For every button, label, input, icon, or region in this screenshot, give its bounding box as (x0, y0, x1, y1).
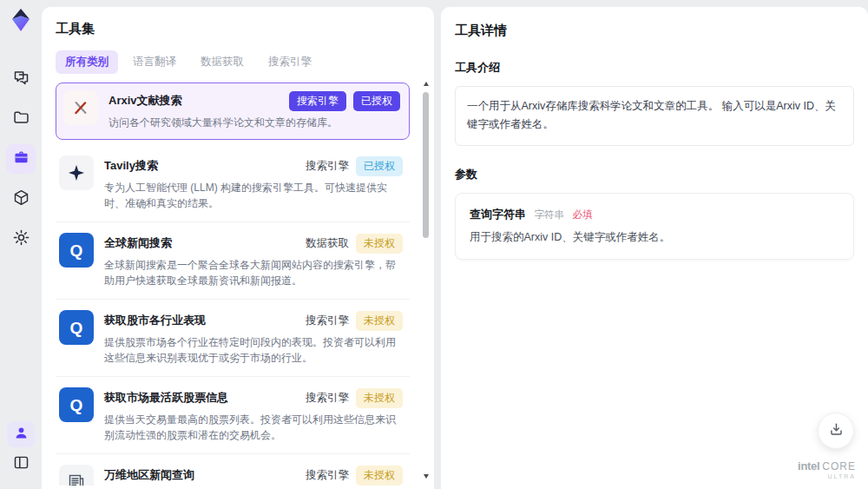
status-badge: 未授权 (356, 311, 403, 331)
cube-icon (12, 188, 30, 210)
user-profile-icon (13, 425, 30, 445)
parameter-required-flag: 必填 (572, 209, 592, 220)
sidebar-item-tools[interactable] (6, 144, 36, 174)
chat-icon (12, 69, 30, 90)
category-label: 搜索引擎 (306, 159, 349, 174)
status-badge: 已授权 (353, 91, 400, 111)
tool-card-body: 万维地区新闻查询 搜索引擎 未授权 查询具体行政区划内的新闻，快速了解各地新闻动 (104, 465, 403, 486)
parameter-card: 查询字符串 字符串 必填 用于搜索的Arxiv ID、关键字或作者姓名。 (455, 193, 854, 260)
briefcase-tools-icon (12, 149, 30, 170)
category-tabs: 所有类别 语言翻译 数据获取 搜索引擎 (56, 50, 408, 74)
newspaper-icon (59, 465, 94, 486)
tool-name: 万维地区新闻查询 (104, 465, 194, 483)
tool-details-panel: 工具详情 工具介绍 一个用于从Arxiv存储库搜索科学论文和文章的工具。 输入可… (441, 7, 868, 489)
tab-language-translation[interactable]: 语言翻译 (123, 50, 186, 74)
tool-name: Arxiv文献搜索 (108, 90, 182, 109)
tool-card-tavily[interactable]: Tavily搜索 搜索引擎 已授权 专为人工智能代理 (LLM) 构建的搜索引擎… (56, 145, 410, 222)
panel-toggle-icon (12, 453, 30, 475)
details-title: 工具详情 (455, 23, 854, 39)
tab-data-acquisition[interactable]: 数据获取 (191, 50, 253, 74)
download-icon (828, 421, 845, 441)
left-rail (0, 0, 42, 489)
tool-description: 提供股票市场各个行业在特定时间段内的表现。投资者可以利用这些信息来识别表现优于或… (104, 334, 403, 366)
category-label: 搜索引擎 (306, 468, 349, 483)
category-badge: 搜索引擎 (289, 91, 346, 111)
brand-tier: ULTRA (798, 473, 856, 480)
parameter-header: 查询字符串 字符串 必填 (470, 206, 839, 222)
toolset-panel: 工具集 所有类别 语言翻译 数据获取 搜索引擎 Arxiv文献搜索 搜索引擎 已… (42, 7, 434, 489)
tool-name: 获取市场最活跃股票信息 (104, 387, 228, 406)
tool-description: 全球新闻搜索是一个聚合全球各大新闻网站内容的搜索引擎，帮助用户快速获取全球最新资… (104, 257, 403, 288)
scrollbar[interactable] (423, 82, 430, 479)
brand-core: CORE (822, 460, 856, 472)
brand-intel: intel (798, 459, 819, 472)
scrollbar-thumb[interactable] (423, 92, 429, 238)
tool-card-body: 全球新闻搜索 数据获取 未授权 全球新闻搜索是一个聚合全球各大新闻网站内容的搜索… (104, 233, 403, 288)
page-title: 工具集 (56, 21, 434, 37)
tool-card-global-news[interactable]: Q 全球新闻搜索 数据获取 未授权 全球新闻搜索是一个聚合全球各大新闻网站内容的… (56, 222, 410, 300)
sidebar-item-settings[interactable] (6, 224, 36, 254)
tool-name: 获取股市各行业表现 (104, 310, 206, 328)
sidebar-item-profile[interactable] (7, 421, 35, 447)
category-label: 数据获取 (306, 236, 349, 251)
intro-heading: 工具介绍 (455, 60, 854, 76)
scroll-down-arrow-icon[interactable] (424, 474, 429, 479)
rail-nav (6, 64, 36, 254)
q-news-logo-icon: Q (59, 387, 94, 422)
tool-list: Arxiv文献搜索 搜索引擎 已授权 访问各个研究领域大量科学论文和文章的存储库… (56, 83, 410, 486)
tool-card-body: Arxiv文献搜索 搜索引擎 已授权 访问各个研究领域大量科学论文和文章的存储库… (108, 90, 400, 130)
gear-icon (12, 228, 30, 250)
tool-card-body: 获取股市各行业表现 搜索引擎 未授权 提供股票市场各个行业在特定时间段内的表现。… (104, 310, 403, 366)
tool-description: 提供当天交易量最高的股票列表。投资者可以利用这些信息来识别流动性强的股票和潜在的… (104, 412, 403, 443)
intro-text: 一个用于从Arxiv存储库搜索科学论文和文章的工具。 输入可以是Arxiv ID… (455, 86, 854, 146)
app-logo-diamond (8, 7, 34, 36)
tool-description: 访问各个研究领域大量科学论文和文章的存储库。 (108, 115, 400, 130)
parameter-name: 查询字符串 (470, 208, 526, 221)
q-news-logo-icon: Q (59, 233, 94, 268)
intel-core-logo: intelCORE ULTRA (798, 458, 856, 480)
tool-description: 专为人工智能代理 (LLM) 构建的搜索引擎工具。可快速提供实时、准确和真实的结… (104, 180, 403, 211)
folder-icon (12, 109, 30, 130)
tool-card-body: Tavily搜索 搜索引擎 已授权 专为人工智能代理 (LLM) 构建的搜索引擎… (104, 155, 403, 211)
status-badge: 已授权 (356, 156, 403, 176)
parameter-type: 字符串 (534, 209, 564, 220)
category-label: 搜索引擎 (306, 314, 349, 328)
scroll-up-arrow-icon[interactable] (424, 82, 429, 86)
sidebar-item-files[interactable] (6, 104, 36, 134)
sidebar-item-chat[interactable] (6, 64, 36, 94)
status-badge: 未授权 (356, 388, 403, 408)
status-badge: 未授权 (356, 466, 403, 486)
tool-name: 全球新闻搜索 (104, 233, 172, 251)
q-news-logo-icon: Q (59, 310, 94, 345)
tool-card-regional-news[interactable]: 万维地区新闻查询 搜索引擎 未授权 查询具体行政区划内的新闻，快速了解各地新闻动 (56, 454, 410, 486)
tool-card-body: 获取市场最活跃股票信息 搜索引擎 未授权 提供当天交易量最高的股票列表。投资者可… (104, 387, 403, 443)
tool-name: Tavily搜索 (104, 155, 158, 174)
tab-all-categories[interactable]: 所有类别 (56, 50, 118, 74)
tool-card-arxiv[interactable]: Arxiv文献搜索 搜索引擎 已授权 访问各个研究领域大量科学论文和文章的存储库… (56, 83, 410, 140)
parameter-description: 用于搜索的Arxiv ID、关键字或作者姓名。 (470, 230, 839, 245)
download-button[interactable] (818, 413, 854, 449)
rail-bottom (0, 421, 42, 479)
status-badge: 未授权 (356, 234, 403, 254)
sidebar-item-plugins[interactable] (6, 184, 36, 214)
tool-card-sector-performance[interactable]: Q 获取股市各行业表现 搜索引擎 未授权 提供股票市场各个行业在特定时间段内的表… (56, 300, 410, 377)
params-heading: 参数 (455, 167, 854, 182)
tab-search-engine[interactable]: 搜索引擎 (259, 50, 321, 74)
tavily-star-icon (59, 155, 94, 190)
arxiv-logo-icon (63, 90, 98, 125)
sidebar-item-collapse[interactable] (6, 449, 36, 479)
tool-card-active-stocks[interactable]: Q 获取市场最活跃股票信息 搜索引擎 未授权 提供当天交易量最高的股票列表。投资… (56, 377, 410, 454)
category-label: 搜索引擎 (306, 391, 349, 406)
